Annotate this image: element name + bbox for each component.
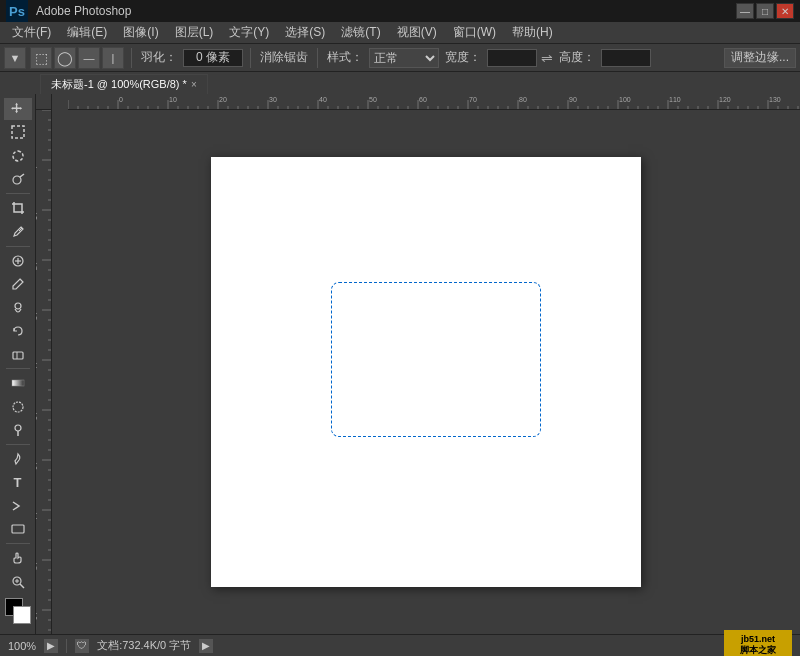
svg-line-17	[20, 584, 24, 588]
tabbar: 未标题-1 @ 100%(RGB/8) * ×	[0, 72, 800, 94]
ruler-vertical: 4142434445464748494	[36, 110, 52, 634]
menu-help[interactable]: 帮助(H)	[504, 22, 561, 43]
svg-text:50: 50	[369, 96, 377, 103]
svg-text:30: 30	[269, 96, 277, 103]
svg-text:10: 10	[169, 96, 177, 103]
zoom-tool[interactable]	[4, 571, 32, 593]
maximize-button[interactable]: □	[756, 3, 774, 19]
path-select-tool[interactable]	[4, 495, 32, 517]
color-boxes[interactable]	[5, 598, 31, 624]
menu-image[interactable]: 图像(I)	[115, 22, 166, 43]
svg-point-2	[13, 176, 21, 184]
menu-view[interactable]: 视图(V)	[389, 22, 445, 43]
svg-text:14: 14	[36, 212, 38, 220]
eyedropper-tool[interactable]	[4, 221, 32, 243]
doc-info-icon[interactable]: 🛡	[75, 639, 89, 653]
shape-tool[interactable]	[4, 518, 32, 540]
svg-text:84: 84	[36, 562, 38, 570]
clone-tool[interactable]	[4, 296, 32, 318]
zoom-level: 100%	[8, 640, 36, 652]
doc-info-text: 文档:732.4K/0 字节	[97, 638, 191, 653]
tool-separator-3	[6, 368, 30, 369]
titlebar-controls[interactable]: — □ ✕	[736, 3, 794, 19]
svg-text:74: 74	[36, 512, 38, 520]
titlebar-title: Adobe Photoshop	[36, 4, 131, 18]
gradient-tool[interactable]	[4, 372, 32, 394]
svg-rect-11	[12, 380, 24, 386]
tool-separator-5	[6, 543, 30, 544]
width-input[interactable]	[487, 49, 537, 67]
canvas-scroll[interactable]	[52, 110, 800, 634]
ruler-v-svg: 4142434445464748494	[36, 110, 52, 634]
tool-separator-2	[6, 246, 30, 247]
titlebar: Ps Adobe Photoshop — □ ✕	[0, 0, 800, 22]
healing-tool[interactable]	[4, 250, 32, 272]
type-tool[interactable]: T	[4, 471, 32, 493]
eraser-tool[interactable]	[4, 343, 32, 365]
statusbar: 100% ▶ 🛡 文档:732.4K/0 字节 ▶ jb51.net 脚本之家	[0, 634, 800, 656]
quick-select-tool[interactable]	[4, 168, 32, 190]
watermark: jb51.net 脚本之家	[724, 630, 792, 657]
lasso-tool[interactable]	[4, 145, 32, 167]
svg-text:4: 4	[36, 166, 38, 170]
swap-icon[interactable]: ⇌	[541, 50, 553, 66]
single-row-icon[interactable]: —	[78, 47, 100, 69]
document-tab[interactable]: 未标题-1 @ 100%(RGB/8) * ×	[40, 74, 208, 94]
marquee-tool[interactable]	[4, 121, 32, 143]
ruler-h-svg: 0102030405060708090100110120130	[68, 94, 800, 110]
menu-file[interactable]: 文件(F)	[4, 22, 59, 43]
separator2	[250, 48, 251, 68]
svg-text:60: 60	[419, 96, 427, 103]
background-color[interactable]	[13, 606, 31, 624]
svg-text:90: 90	[569, 96, 577, 103]
tool-preset-icon[interactable]: ▼	[4, 47, 26, 69]
feather-input[interactable]	[183, 49, 243, 67]
tab-close-button[interactable]: ×	[191, 79, 197, 90]
adjust-edge-button[interactable]: 调整边缘...	[724, 48, 796, 68]
single-col-icon[interactable]: |	[102, 47, 124, 69]
svg-text:110: 110	[669, 96, 681, 103]
menu-filter[interactable]: 滤镜(T)	[333, 22, 388, 43]
ruler-corner	[36, 94, 52, 110]
history-tool[interactable]	[4, 320, 32, 342]
style-select[interactable]: 正常 固定比例 固定大小	[369, 48, 439, 68]
svg-text:24: 24	[36, 262, 38, 270]
svg-text:40: 40	[319, 96, 327, 103]
svg-point-8	[15, 303, 21, 309]
titlebar-left: Ps Adobe Photoshop	[6, 0, 131, 22]
menu-type[interactable]: 文字(Y)	[221, 22, 277, 43]
svg-text:64: 64	[36, 462, 38, 470]
fg-bg-colors	[5, 594, 31, 630]
menu-edit[interactable]: 编辑(E)	[59, 22, 115, 43]
ps-logo: Ps	[6, 0, 28, 22]
hand-tool[interactable]	[4, 547, 32, 569]
menu-window[interactable]: 窗口(W)	[445, 22, 504, 43]
brush-tool[interactable]	[4, 273, 32, 295]
blur-tool[interactable]	[4, 396, 32, 418]
height-input[interactable]	[601, 49, 651, 67]
ruler-v-container: 4142434445464748494	[36, 110, 800, 634]
menubar: 文件(F) 编辑(E) 图像(I) 图层(L) 文字(Y) 选择(S) 滤镜(T…	[0, 22, 800, 44]
svg-text:120: 120	[719, 96, 731, 103]
svg-point-13	[15, 425, 21, 431]
close-button[interactable]: ✕	[776, 3, 794, 19]
svg-rect-9	[13, 352, 23, 359]
minimize-button[interactable]: —	[736, 3, 754, 19]
toolbar: T	[0, 94, 36, 634]
pen-tool[interactable]	[4, 448, 32, 470]
ellipse-marquee-icon[interactable]: ◯	[54, 47, 76, 69]
svg-text:130: 130	[769, 96, 781, 103]
menu-select[interactable]: 选择(S)	[277, 22, 333, 43]
svg-rect-1	[12, 126, 24, 138]
smooth-btn[interactable]: 消除锯齿	[258, 49, 310, 66]
dodge-tool[interactable]	[4, 419, 32, 441]
document-canvas[interactable]	[211, 157, 641, 587]
doc-info-menu[interactable]: ▶	[199, 639, 213, 653]
svg-text:34: 34	[36, 312, 38, 320]
move-tool[interactable]	[4, 98, 32, 120]
rect-marquee-icon[interactable]: ⬚	[30, 47, 52, 69]
menu-layer[interactable]: 图层(L)	[167, 22, 222, 43]
watermark-url: jb51.net	[741, 634, 775, 644]
zoom-menu-button[interactable]: ▶	[44, 639, 58, 653]
crop-tool[interactable]	[4, 197, 32, 219]
